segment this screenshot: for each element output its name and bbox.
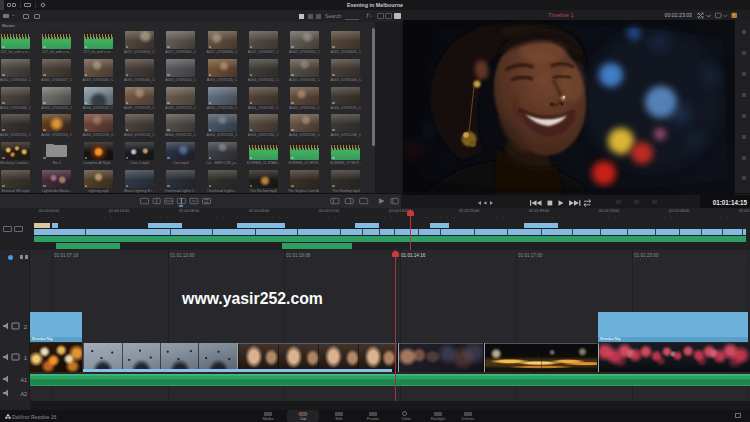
- svg-text:2: 2: [24, 324, 28, 330]
- svg-text:1: 1: [24, 355, 28, 361]
- svg-text:A1: A1: [20, 377, 27, 383]
- svg-text:A2: A2: [20, 391, 27, 397]
